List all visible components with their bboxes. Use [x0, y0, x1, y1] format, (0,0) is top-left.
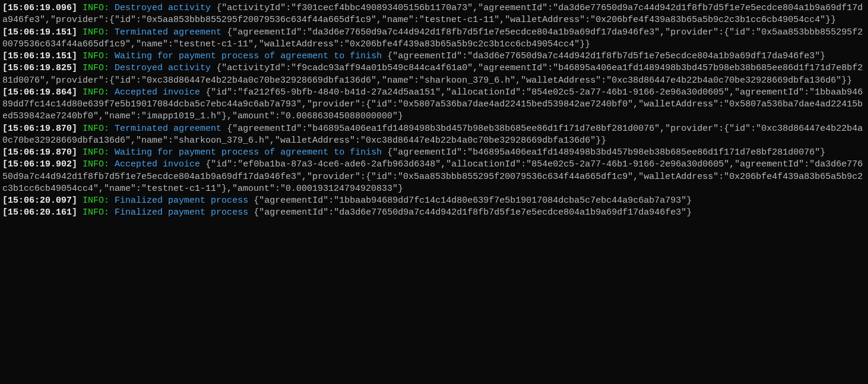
log-output: [15:06:19.096] INFO: Destroyed activity …: [2, 2, 866, 219]
log-message: Waiting for payment process of agreement…: [115, 147, 382, 158]
log-line: [15:06:20.161] INFO: Finalized payment p…: [2, 207, 866, 219]
log-message: Waiting for payment process of agreement…: [115, 51, 382, 61]
log-line: [15:06:19.096] INFO: Destroyed activity …: [2, 2, 866, 27]
log-timestamp: [15:06:19.151]: [2, 27, 77, 37]
log-level-colon: :: [104, 124, 109, 134]
log-level: INFO: [83, 124, 104, 134]
log-timestamp: [15:06:19.864]: [2, 87, 77, 97]
log-level-colon: :: [104, 196, 109, 206]
log-message: Finalized payment process: [115, 207, 248, 218]
log-timestamp: [15:06:19.902]: [2, 159, 77, 169]
log-level-colon: :: [104, 3, 109, 13]
log-level-colon: :: [104, 87, 109, 97]
log-message: Destroyed activity: [115, 3, 211, 13]
log-line: [15:06:19.825] INFO: Destroyed activity …: [2, 62, 866, 87]
log-message: Finalized payment process: [115, 196, 248, 206]
log-payload: {"agreementId":"b46895a406ea1fd1489498b3…: [387, 147, 825, 158]
log-payload: {"agreementId":"da3d6e77650d9a7c44d942d1…: [387, 51, 825, 61]
log-level-colon: :: [104, 207, 109, 218]
log-line: [15:06:19.902] INFO: Accepted invoice {"…: [2, 159, 866, 195]
log-message: Destroyed activity: [115, 63, 211, 73]
log-level: INFO: [83, 147, 104, 158]
log-level-colon: :: [104, 147, 109, 158]
log-timestamp: [15:06:19.096]: [2, 3, 77, 13]
log-line: [15:06:19.870] INFO: Terminated agreemen…: [2, 123, 866, 147]
log-level: INFO: [83, 3, 104, 13]
log-timestamp: [15:06:19.870]: [2, 124, 77, 134]
log-timestamp: [15:06:19.151]: [2, 51, 77, 61]
log-line: [15:06:19.864] INFO: Accepted invoice {"…: [2, 87, 866, 123]
log-timestamp: [15:06:20.161]: [2, 207, 77, 218]
log-line: [15:06:19.151] INFO: Terminated agreemen…: [2, 27, 866, 51]
log-level: INFO: [83, 207, 104, 218]
log-level-colon: :: [104, 159, 109, 169]
log-level-colon: :: [104, 27, 109, 37]
log-line: [15:06:19.151] INFO: Waiting for payment…: [2, 51, 866, 62]
log-payload: {"agreementId":"1bbaab94689dd7fc14c14d80…: [254, 196, 692, 206]
log-message: Accepted invoice: [115, 159, 200, 169]
log-timestamp: [15:06:19.870]: [2, 147, 77, 158]
log-level-colon: :: [104, 63, 109, 73]
log-level-colon: :: [104, 51, 109, 61]
log-timestamp: [15:06:20.097]: [2, 196, 77, 206]
log-level: INFO: [83, 196, 104, 206]
log-message: Terminated agreement: [115, 27, 221, 37]
log-line: [15:06:19.870] INFO: Waiting for payment…: [2, 147, 866, 159]
log-level: INFO: [83, 27, 104, 37]
log-level: INFO: [83, 63, 104, 73]
log-level: INFO: [83, 159, 104, 169]
log-level: INFO: [83, 51, 104, 61]
log-message: Terminated agreement: [115, 124, 221, 134]
log-level: INFO: [83, 87, 104, 97]
log-timestamp: [15:06:19.825]: [2, 63, 77, 73]
log-line: [15:06:20.097] INFO: Finalized payment p…: [2, 195, 866, 207]
log-payload: {"agreementId":"da3d6e77650d9a7c44d942d1…: [254, 207, 692, 218]
log-message: Accepted invoice: [115, 87, 200, 97]
